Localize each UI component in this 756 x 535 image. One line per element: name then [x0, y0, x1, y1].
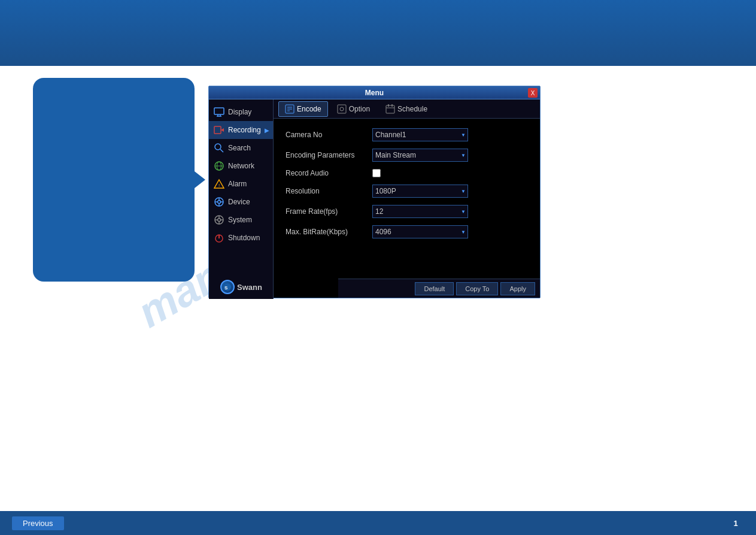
nav-label-display: Display — [228, 108, 251, 116]
network-icon — [214, 161, 224, 171]
frame-rate-select-wrapper: 1234 56810 121520 2530 — [372, 205, 468, 218]
system-icon — [214, 214, 224, 225]
search-icon — [214, 143, 224, 153]
nav-item-display[interactable]: Display — [209, 103, 273, 121]
tabs-row: Encode Option Schedule — [274, 99, 540, 119]
menu-dialog: Menu X Display Recording ▶ — [208, 86, 541, 298]
resolution-select[interactable]: 1080P 720P D1 CIF — [372, 185, 468, 198]
record-audio-row: Record Audio — [286, 169, 528, 177]
bottom-footer: Previous 1 — [0, 511, 756, 535]
encoding-params-row: Encoding Parameters Main Stream Sub Stre… — [286, 149, 528, 162]
shutdown-icon — [214, 232, 224, 243]
nav-label-recording: Recording — [228, 126, 261, 134]
camera-no-row: Camera No Channel1 Channel2 Channel3 Cha… — [286, 128, 528, 141]
resolution-label: Resolution — [286, 187, 372, 195]
swann-logo-icon: S — [220, 280, 235, 294]
tab-option-label: Option — [349, 105, 370, 113]
encoding-params-label: Encoding Parameters — [286, 151, 372, 159]
svg-rect-0 — [214, 108, 224, 114]
svg-text:S: S — [224, 285, 228, 291]
nav-label-alarm: Alarm — [228, 180, 247, 188]
nav-item-alarm[interactable]: ! Alarm — [209, 175, 273, 193]
dialog-left-nav: Display Recording ▶ Search Network — [209, 99, 274, 299]
menu-close-button[interactable]: X — [528, 88, 538, 98]
nav-item-shutdown[interactable]: Shutdown — [209, 229, 273, 247]
max-bitrate-select[interactable]: 512 1024 2048 4096 6144 8192 — [372, 225, 468, 238]
record-audio-label: Record Audio — [286, 169, 372, 177]
frame-rate-row: Frame Rate(fps) 1234 56810 121520 2530 — [286, 205, 528, 218]
nav-label-search: Search — [228, 144, 251, 152]
tab-encode-label: Encode — [297, 105, 321, 113]
nav-item-network[interactable]: Network — [209, 157, 273, 175]
nav-item-search[interactable]: Search — [209, 139, 273, 157]
tab-option[interactable]: Option — [330, 101, 377, 117]
max-bitrate-row: Max. BitRate(Kbps) 512 1024 2048 4096 61… — [286, 225, 528, 238]
camera-no-select[interactable]: Channel1 Channel2 Channel3 Channel4 — [372, 128, 468, 141]
svg-point-20 — [218, 219, 221, 222]
encode-tab-icon — [285, 104, 294, 114]
sidebar-box — [33, 78, 195, 282]
svg-rect-4 — [214, 126, 221, 134]
menu-titlebar: Menu X — [209, 86, 540, 99]
apply-button[interactable]: Apply — [500, 282, 535, 295]
form-area: Camera No Channel1 Channel2 Channel3 Cha… — [274, 119, 540, 255]
nav-item-system[interactable]: System — [209, 211, 273, 229]
display-icon — [214, 107, 224, 117]
previous-button[interactable]: Previous — [12, 516, 64, 530]
nav-label-system: System — [228, 216, 252, 224]
svg-point-34 — [340, 107, 344, 111]
swann-logo-text: Swann — [237, 283, 262, 292]
schedule-tab-icon — [385, 104, 395, 114]
camera-no-label: Camera No — [286, 131, 372, 139]
svg-point-6 — [215, 144, 221, 150]
encoding-params-select-wrapper: Main Stream Sub Stream — [372, 149, 468, 162]
device-icon — [214, 197, 224, 207]
nav-label-device: Device — [228, 198, 250, 206]
sidebar-arrow — [195, 171, 205, 188]
nav-arrow-recording: ▶ — [265, 127, 269, 134]
svg-point-14 — [218, 201, 221, 204]
swann-logo-area: S Swann — [209, 280, 274, 294]
record-audio-checkbox[interactable] — [372, 169, 381, 177]
svg-line-7 — [220, 149, 223, 152]
resolution-select-wrapper: 1080P 720P D1 CIF — [372, 185, 468, 198]
tab-schedule[interactable]: Schedule — [379, 101, 434, 117]
top-header — [0, 0, 756, 66]
default-button[interactable]: Default — [415, 282, 454, 295]
tab-schedule-label: Schedule — [397, 105, 427, 113]
resolution-row: Resolution 1080P 720P D1 CIF — [286, 185, 528, 198]
svg-rect-35 — [386, 105, 394, 113]
svg-rect-33 — [338, 105, 346, 113]
nav-label-shutdown: Shutdown — [228, 234, 260, 242]
option-tab-icon — [337, 104, 347, 114]
max-bitrate-label: Max. BitRate(Kbps) — [286, 228, 372, 236]
frame-rate-select[interactable]: 1234 56810 121520 2530 — [372, 205, 468, 218]
max-bitrate-select-wrapper: 512 1024 2048 4096 6144 8192 — [372, 225, 468, 238]
alarm-icon: ! — [214, 179, 224, 189]
nav-item-device[interactable]: Device — [209, 193, 273, 211]
page-number: 1 — [727, 515, 744, 531]
tab-encode[interactable]: Encode — [278, 101, 328, 117]
frame-rate-label: Frame Rate(fps) — [286, 207, 372, 216]
svg-text:!: ! — [218, 183, 220, 188]
recording-icon — [214, 125, 224, 135]
nav-label-network: Network — [228, 162, 254, 170]
menu-title: Menu — [365, 89, 384, 97]
dialog-content: Encode Option Schedule — [274, 99, 540, 298]
dialog-bottom-buttons: Default Copy To Apply — [338, 279, 540, 298]
encoding-params-select[interactable]: Main Stream Sub Stream — [372, 149, 468, 162]
camera-no-select-wrapper: Channel1 Channel2 Channel3 Channel4 — [372, 128, 468, 141]
copy-to-button[interactable]: Copy To — [456, 282, 498, 295]
nav-item-recording[interactable]: Recording ▶ — [209, 121, 273, 139]
